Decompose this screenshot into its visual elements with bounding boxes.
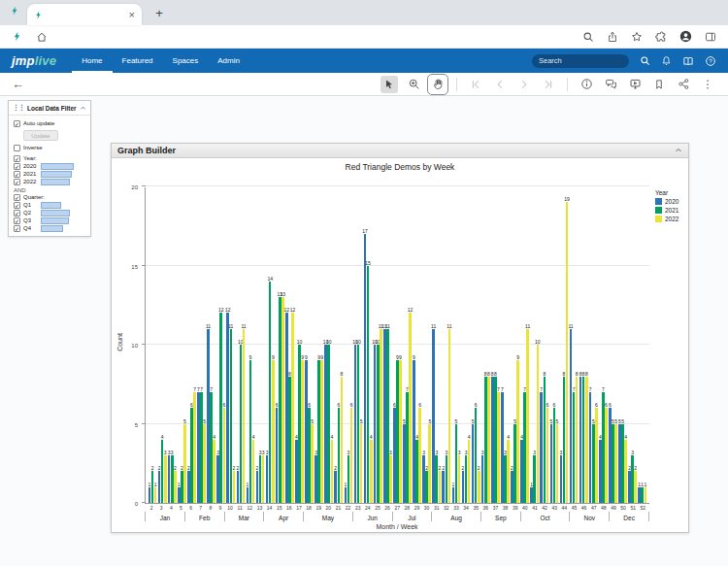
bar[interactable]: 3: [262, 455, 265, 503]
filter-item-checkbox[interactable]: ✓: [14, 163, 20, 170]
bar[interactable]: 6: [350, 408, 353, 503]
bar[interactable]: 2: [233, 471, 236, 503]
bar[interactable]: 5: [311, 424, 314, 504]
bar[interactable]: 5: [556, 424, 559, 504]
bookmark-icon[interactable]: [650, 76, 668, 93]
bar[interactable]: 19: [566, 202, 569, 503]
filter-group-checkbox[interactable]: ✓: [14, 194, 20, 201]
home-icon[interactable]: [36, 31, 48, 43]
filter-item-checkbox[interactable]: ✓: [14, 210, 20, 216]
sidebar-panel-icon[interactable]: [705, 31, 716, 43]
filter-item-checkbox[interactable]: ✓: [14, 171, 20, 178]
filter-item-bar[interactable]: [41, 225, 63, 232]
grab-hand-icon[interactable]: [429, 76, 447, 93]
auto-update-row[interactable]: ✓ Auto update: [14, 119, 85, 127]
bar[interactable]: 6: [595, 408, 598, 503]
bar[interactable]: 5: [360, 424, 363, 504]
bar[interactable]: 6: [605, 408, 608, 503]
bar[interactable]: 1: [154, 487, 157, 503]
bar[interactable]: 9: [301, 360, 304, 503]
next-page-icon[interactable]: [515, 76, 533, 93]
filter-item-bar[interactable]: [41, 163, 74, 170]
filter-item-row[interactable]: ✓Q1: [14, 201, 85, 209]
search-input[interactable]: [539, 56, 622, 65]
filter-item-checkbox[interactable]: ✓: [14, 202, 20, 209]
bar[interactable]: 9: [516, 360, 519, 503]
filter-item-bar[interactable]: [41, 171, 72, 178]
help-icon[interactable]: ?: [705, 55, 716, 67]
extensions-icon[interactable]: [655, 31, 667, 43]
bar[interactable]: 4: [370, 440, 373, 503]
filter-item-bar[interactable]: [41, 202, 61, 209]
bar[interactable]: 5: [183, 424, 186, 504]
bar[interactable]: 4: [507, 440, 510, 503]
present-icon[interactable]: [626, 76, 644, 93]
share-nodes-icon[interactable]: [675, 76, 692, 93]
bar[interactable]: 5: [428, 424, 431, 504]
inverse-checkbox[interactable]: [14, 145, 20, 151]
bar[interactable]: 12: [291, 313, 294, 503]
bar[interactable]: 9: [272, 360, 275, 503]
filter-item-bar[interactable]: [41, 179, 70, 185]
selection-tool-icon[interactable]: [381, 76, 398, 93]
favorites-star-icon[interactable]: [631, 31, 643, 43]
update-button[interactable]: Update: [23, 130, 58, 141]
more-dots-icon[interactable]: [699, 76, 716, 93]
comments-icon[interactable]: [602, 76, 619, 93]
filter-item-checkbox[interactable]: ✓: [14, 217, 20, 224]
filter-item-checkbox[interactable]: ✓: [14, 179, 20, 185]
bar[interactable]: 11: [526, 329, 529, 503]
bar[interactable]: 11: [243, 329, 246, 503]
bar[interactable]: 11: [448, 329, 451, 503]
filter-item-row[interactable]: ✓2020: [14, 162, 85, 170]
nav-item-spaces[interactable]: Spaces: [163, 49, 209, 73]
app-logo[interactable]: jmplive: [12, 53, 56, 68]
bar[interactable]: 3: [389, 455, 392, 503]
legend-entry[interactable]: 2020: [655, 198, 678, 205]
bar[interactable]: 9: [399, 360, 402, 503]
bar[interactable]: 8: [576, 377, 579, 503]
browser-tab[interactable]: ×: [27, 4, 142, 25]
filter-item-row[interactable]: ✓2022: [14, 178, 85, 185]
nav-item-featured[interactable]: Featured: [113, 49, 163, 73]
bar[interactable]: 4: [252, 440, 255, 503]
bar[interactable]: 1: [645, 487, 647, 503]
last-page-icon[interactable]: [540, 76, 557, 93]
bar[interactable]: 10: [537, 345, 540, 503]
graph-builder-header[interactable]: Graph Builder: [112, 144, 688, 158]
bar[interactable]: 8: [341, 377, 344, 503]
auto-update-checkbox[interactable]: ✓: [14, 120, 20, 127]
filter-item-row[interactable]: ✓Q2: [14, 209, 85, 216]
bar[interactable]: 2: [439, 471, 442, 503]
filter-group-checkbox[interactable]: ✓: [14, 155, 20, 162]
bar[interactable]: 4: [624, 440, 627, 503]
bar[interactable]: 4: [213, 440, 215, 503]
legend-entry[interactable]: 2022: [655, 216, 678, 222]
bar[interactable]: 12: [409, 313, 412, 503]
bar[interactable]: 7: [193, 392, 196, 503]
bar[interactable]: 8: [585, 377, 588, 503]
bar[interactable]: 4: [468, 440, 471, 503]
nav-item-home[interactable]: Home: [72, 49, 112, 73]
nav-item-admin[interactable]: Admin: [208, 49, 249, 73]
bar[interactable]: 5: [614, 424, 617, 504]
bar[interactable]: 9: [320, 360, 323, 503]
profile-avatar[interactable]: [679, 30, 692, 43]
bar[interactable]: 11: [380, 329, 382, 503]
filter-group-header[interactable]: ✓Year:: [14, 154, 85, 162]
bar[interactable]: 6: [418, 408, 421, 503]
header-search[interactable]: [532, 54, 629, 68]
search-icon[interactable]: [582, 31, 594, 43]
notifications-bell-icon[interactable]: [661, 55, 672, 66]
filter-item-row[interactable]: ✓Q4: [14, 224, 85, 232]
bar[interactable]: 6: [223, 408, 226, 503]
previous-page-icon[interactable]: [491, 76, 509, 93]
bar[interactable]: 2: [174, 471, 177, 503]
bar[interactable]: 2: [478, 471, 480, 503]
filter-panel-header[interactable]: ⋮⋮ Local Data Filter: [9, 101, 90, 116]
filter-item-row[interactable]: ✓Q3: [14, 216, 85, 224]
jmp-logo-icon[interactable]: [12, 31, 22, 42]
bar[interactable]: 3: [458, 455, 461, 503]
chart-plot[interactable]: 1212433321252677751174312612112210111942…: [145, 187, 649, 504]
info-icon[interactable]: [578, 76, 595, 93]
